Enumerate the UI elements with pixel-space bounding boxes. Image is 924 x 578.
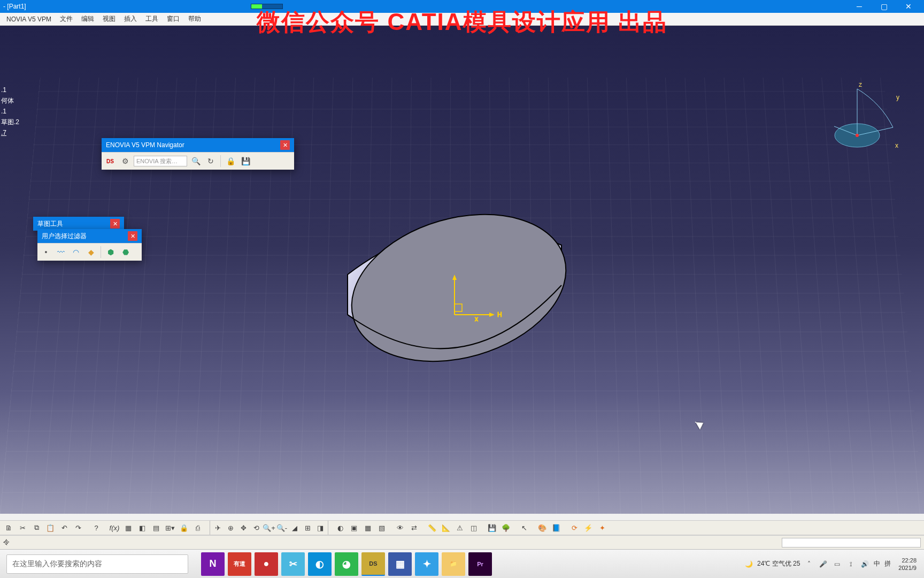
help-icon[interactable]: ? [90,521,103,534]
tree-icon[interactable]: 🌳 [499,521,512,534]
taskbar-app-qq[interactable]: ✦ [415,552,438,576]
close-button[interactable]: ✕ [896,0,921,13]
formula-icon[interactable]: f(x) [108,521,121,534]
connect-icon[interactable]: ⚙ [119,155,132,168]
specification-tree[interactable]: .1 何体 .1 草图.2 .7 [0,85,19,138]
zoomout-icon[interactable]: 🔍- [275,521,288,534]
taskbar-search-input[interactable]: 在这里输入你要搜索的内容 [6,554,188,574]
tree-node[interactable]: .1 [1,85,19,95]
render-icon[interactable]: ▣ [348,521,360,534]
new-icon[interactable]: 🗎 [2,521,15,534]
chevron-up-icon[interactable]: ˄ [804,559,814,569]
mic-icon[interactable]: 🎤 [818,559,828,569]
taskbar-app-catia[interactable]: DS [361,552,385,576]
surface-filter-icon[interactable]: ◠ [70,246,82,258]
menu-insert[interactable]: 插入 [120,13,141,25]
fitall-icon[interactable]: ⊕ [224,521,237,534]
update-icon[interactable]: ⟳ [568,521,581,534]
toolwin-user-filter[interactable]: 用户选择过滤器 ✕ • 〰 ◠ ◆ ⬢ ⬣ [37,229,142,261]
toolwin-close-button[interactable]: ✕ [280,140,290,150]
axis-icon[interactable]: ✦ [596,521,609,534]
ime-mode[interactable]: 拼 [884,559,891,568]
menu-help[interactable]: 帮助 [184,13,205,25]
toolwin-titlebar[interactable]: ENOVIA V5 VPM Navigator ✕ [102,138,294,152]
tree-node[interactable]: .1 [1,106,19,117]
catalog-icon[interactable]: ⊞▾ [164,521,176,534]
select-icon[interactable]: ↖ [518,521,530,534]
copy-icon[interactable]: ⧉ [30,521,43,534]
body-filter-icon[interactable]: ⬣ [119,246,132,258]
taskbar-app-edge[interactable]: ◐ [308,552,332,576]
menu-window[interactable]: 窗口 [163,13,184,25]
taskbar-app-wechat[interactable]: ◕ [335,552,358,576]
apply-material-icon[interactable]: 🎨 [536,521,549,534]
zoomin-icon[interactable]: 🔍+ [263,521,275,534]
enovia-search-input[interactable]: ENOVIA 搜索… [134,156,187,166]
curve-filter-icon[interactable]: 〰 [55,246,67,258]
redo-icon[interactable]: ↷ [72,521,84,534]
undo-icon[interactable]: ↶ [58,521,71,534]
catalog-browser-icon[interactable]: 📘 [550,521,563,534]
knowledge-icon[interactable]: ▤ [150,521,163,534]
toolwin-enovia-navigator[interactable]: ENOVIA V5 VPM Navigator ✕ DS ⚙ ENOVIA 搜索… [102,138,294,170]
paste-icon[interactable]: 📋 [44,521,57,534]
rotate-icon[interactable]: ⟲ [250,521,263,534]
design-table-icon[interactable]: ▦ [122,521,135,534]
taskbar-app-snip[interactable]: ✂ [281,552,305,576]
search-icon[interactable]: 🔍 [189,155,202,168]
manual-update-icon[interactable]: ⚡ [582,521,595,534]
viewport-3d[interactable]: .1 何体 .1 草图.2 .7 H x z [0,26,924,514]
swap-icon[interactable]: ⇄ [407,521,420,534]
menu-edit[interactable]: 编辑 [77,13,98,25]
taskbar-app-onenote[interactable]: N [201,552,225,576]
maximize-button[interactable]: ▢ [872,0,896,13]
wifi-icon[interactable]: ⟟ [846,559,856,569]
section-icon[interactable]: ◫ [467,521,480,534]
status-input[interactable] [782,538,921,547]
toolwin-close-button[interactable]: ✕ [110,219,120,229]
point-filter-icon[interactable]: • [40,246,52,258]
cut-icon[interactable]: ✂ [16,521,29,534]
refresh-icon[interactable]: ↻ [204,155,217,168]
tree-node[interactable]: 草图.2 [1,117,19,127]
menu-view[interactable]: 视图 [98,13,120,25]
battery-icon[interactable]: ▭ [832,559,842,569]
tree-node[interactable]: 何体 [1,95,19,106]
ime-lang[interactable]: 中 [874,559,880,568]
weather-text[interactable]: 24℃ 空气优 25 [757,559,800,568]
lock-icon[interactable]: 🔒 [178,521,190,534]
toolwin-titlebar[interactable]: 用户选择过滤器 ✕ [37,229,142,243]
material-icon[interactable]: ▦ [361,521,374,534]
shading-icon[interactable]: ◐ [334,521,346,534]
iso-view-icon[interactable]: ◨ [314,521,327,534]
ds-logo-icon[interactable]: DS [104,155,117,168]
analysis-icon[interactable]: 📐 [440,521,452,534]
tree-node-active[interactable]: .7 [1,127,19,138]
taskbar-clock[interactable]: 22:28 2021/9 [895,557,920,572]
taskbar-app-premiere[interactable]: Pr [468,552,492,576]
hide-icon[interactable]: 👁 [394,521,406,534]
taskbar-app-imaging[interactable]: ▦ [388,552,412,576]
save-mgmt-icon[interactable]: 💾 [486,521,498,534]
volume-filter-icon[interactable]: ◆ [84,246,97,258]
print-icon[interactable]: ⎙ [191,521,204,534]
menu-enovia[interactable]: NOVIA V5 VPM [2,13,56,25]
measure-icon[interactable]: 📏 [426,521,438,534]
wireframe-icon[interactable]: ▧ [375,521,388,534]
law-icon[interactable]: ◧ [136,521,149,534]
taskbar-app-youdao[interactable]: 有道 [228,552,251,576]
menu-tools[interactable]: 工具 [141,13,163,25]
compass[interactable]: z y x [828,79,903,154]
pan-icon[interactable]: ✥ [237,521,250,534]
volume-icon[interactable]: 🔊 [860,559,869,569]
save-icon[interactable]: 💾 [239,155,252,168]
toolwin-close-button[interactable]: ✕ [128,231,137,241]
lock-icon[interactable]: 🔒 [224,155,237,168]
fly-icon[interactable]: ✈ [211,521,224,534]
normal-icon[interactable]: ◢ [288,521,301,534]
menu-file[interactable]: 文件 [56,13,77,25]
clash-icon[interactable]: ⚠ [453,521,466,534]
model-cylinder[interactable] [342,202,578,416]
multi-view-icon[interactable]: ⊞ [301,521,314,534]
feature-filter-icon[interactable]: ⬢ [104,246,117,258]
